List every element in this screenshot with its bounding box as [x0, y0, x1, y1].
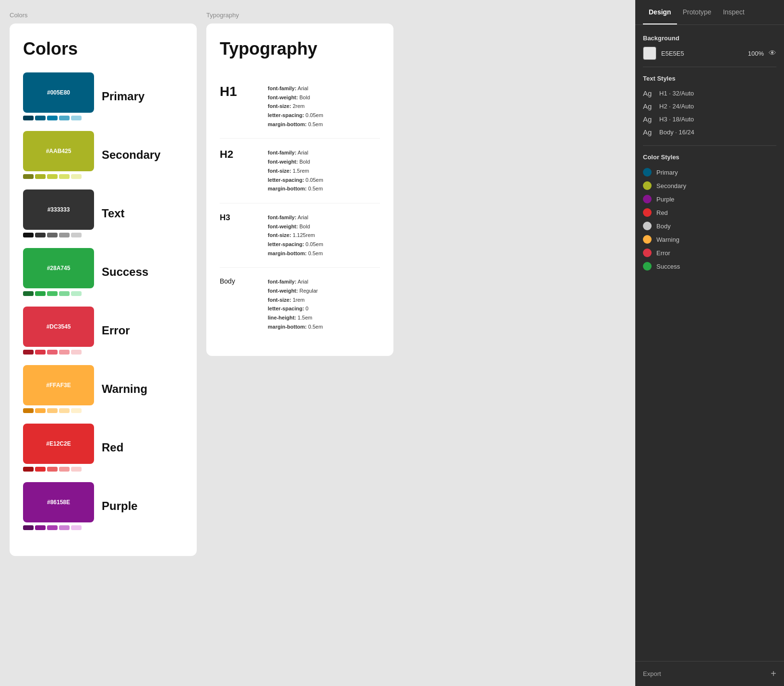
tab-inspect[interactable]: Inspect — [717, 0, 750, 24]
color-style-row: Warning — [643, 233, 776, 246]
color-name: Warning — [102, 382, 147, 396]
color-style-row: Error — [643, 246, 776, 260]
typo-specs: font-family: Arialfont-weight: Boldfont-… — [268, 148, 323, 193]
typo-specs: font-family: Arialfont-weight: Regularfo… — [268, 277, 323, 331]
color-strip — [23, 525, 94, 530]
color-strip-dot — [59, 408, 70, 413]
colors-list: #005E80Primary#AAB425Secondary#333333Tex… — [23, 72, 183, 530]
color-swatch: #DC3545 — [23, 307, 94, 347]
background-row: E5E5E5 100% 👁 — [643, 47, 776, 60]
color-name: Error — [102, 324, 130, 337]
color-strip-dot — [59, 116, 70, 120]
panel-body: Background E5E5E5 100% 👁 Text Styles AgH… — [635, 25, 784, 661]
background-section-title: Background — [643, 35, 776, 42]
color-strip — [23, 233, 94, 237]
color-strip-dot — [71, 116, 82, 120]
color-item: #005E80Primary — [23, 72, 183, 120]
color-item: #FFAF3EWarning — [23, 365, 183, 413]
background-opacity: 100% — [748, 50, 764, 57]
text-style-name: H3 · 18/Auto — [659, 116, 694, 123]
color-swatch: #E12C2E — [23, 424, 94, 464]
color-style-name: Warning — [656, 236, 679, 243]
color-strip-dot — [47, 116, 58, 120]
color-strip-dot — [71, 174, 82, 179]
tab-design[interactable]: Design — [643, 0, 677, 24]
color-item: #86158EPurple — [23, 482, 183, 530]
color-style-name: Body — [656, 223, 671, 230]
text-style-row: AgH2 · 24/Auto — [643, 100, 776, 113]
color-strip-dot — [35, 408, 46, 413]
color-swatch: #86158E — [23, 482, 94, 522]
text-style-row: AgBody · 16/24 — [643, 126, 776, 139]
text-style-name: Body · 16/24 — [659, 129, 694, 136]
color-style-row: Secondary — [643, 179, 776, 192]
color-style-row: Primary — [643, 166, 776, 179]
color-strip — [23, 116, 94, 120]
color-strip-dot — [71, 467, 82, 472]
color-style-dot — [643, 208, 652, 217]
color-strip-dot — [47, 291, 58, 296]
color-style-name: Red — [656, 209, 668, 216]
color-name: Text — [102, 207, 125, 220]
color-strip-dot — [59, 233, 70, 237]
color-strip-dot — [23, 233, 34, 237]
color-strip — [23, 467, 94, 472]
text-style-row: AgH1 · 32/Auto — [643, 87, 776, 100]
color-strip-dot — [71, 408, 82, 413]
color-strip-dot — [35, 291, 46, 296]
color-name: Primary — [102, 90, 144, 103]
color-style-name: Success — [656, 263, 680, 270]
color-strip-dot — [71, 525, 82, 530]
color-swatch: #AAB425 — [23, 131, 94, 171]
typo-specs: font-family: Arialfont-weight: Boldfont-… — [268, 84, 323, 129]
color-style-name: Primary — [656, 169, 678, 176]
color-item: #E12C2ERed — [23, 424, 183, 472]
color-strip-dot — [47, 408, 58, 413]
color-swatch: #28A745 — [23, 248, 94, 288]
color-name: Red — [102, 441, 123, 454]
color-strip-dot — [71, 291, 82, 296]
visibility-icon[interactable]: 👁 — [769, 49, 776, 58]
typography-card: Typography H1font-family: Arialfont-weig… — [206, 24, 393, 356]
typography-card-title: Typography — [220, 39, 380, 59]
color-strip-dot — [47, 525, 58, 530]
tab-prototype[interactable]: Prototype — [677, 0, 717, 24]
color-strip-dot — [47, 174, 58, 179]
typo-row: H2font-family: Arialfont-weight: Boldfon… — [220, 139, 380, 203]
color-style-row: Red — [643, 206, 776, 219]
color-style-name: Purple — [656, 196, 675, 203]
text-style-row: AgH3 · 18/Auto — [643, 113, 776, 126]
export-plus-button[interactable]: + — [771, 668, 776, 679]
colors-section-label: Colors — [10, 12, 197, 19]
text-style-name: H1 · 32/Auto — [659, 90, 694, 97]
color-style-name: Secondary — [656, 182, 686, 189]
colors-column: Colors Colors #005E80Primary#AAB425Secon… — [10, 12, 197, 674]
color-strip-dot — [47, 233, 58, 237]
export-label: Export — [643, 670, 661, 677]
color-strip-dot — [47, 467, 58, 472]
color-style-row: Purple — [643, 192, 776, 206]
color-strip-dot — [23, 116, 34, 120]
color-strip-dot — [23, 350, 34, 355]
color-style-row: Success — [643, 260, 776, 273]
typo-row: Bodyfont-family: Arialfont-weight: Regul… — [220, 268, 380, 341]
divider-1 — [643, 67, 776, 67]
typo-row: H3font-family: Arialfont-weight: Boldfon… — [220, 203, 380, 268]
text-styles-list: AgH1 · 32/AutoAgH2 · 24/AutoAgH3 · 18/Au… — [643, 87, 776, 139]
color-item: #28A745Success — [23, 248, 183, 296]
color-style-dot — [643, 235, 652, 244]
color-name: Purple — [102, 499, 138, 513]
text-styles-section-title: Text Styles — [643, 75, 776, 82]
color-strip-dot — [35, 525, 46, 530]
right-panel: Design Prototype Inspect Background E5E5… — [635, 0, 784, 686]
typography-list: H1font-family: Arialfont-weight: Boldfon… — [220, 74, 380, 341]
color-strip-dot — [71, 350, 82, 355]
color-strip-dot — [59, 174, 70, 179]
color-style-dot — [643, 222, 652, 230]
color-strip-dot — [35, 467, 46, 472]
typo-row: H1font-family: Arialfont-weight: Boldfon… — [220, 74, 380, 139]
color-strip-dot — [35, 174, 46, 179]
color-style-dot — [643, 195, 652, 203]
color-strip-dot — [35, 116, 46, 120]
color-strip — [23, 174, 94, 179]
